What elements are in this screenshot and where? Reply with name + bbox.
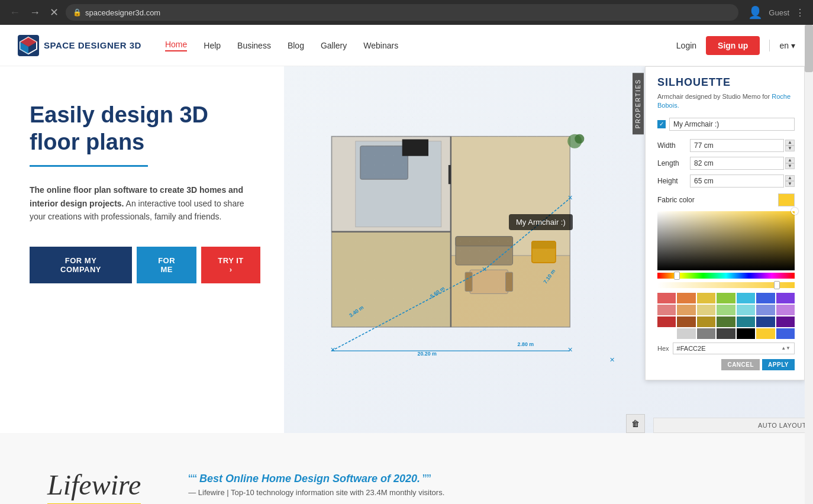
color-swatch-item[interactable] <box>756 305 775 315</box>
hex-label: Hex <box>657 345 669 352</box>
color-swatch-item[interactable] <box>717 305 735 315</box>
silhouette-panel: PROPERTIES SILHOUETTE Armchair designed … <box>645 66 805 380</box>
color-swatch-item[interactable] <box>697 316 715 327</box>
width-input[interactable]: 77 cm <box>690 139 784 152</box>
try-it-button[interactable]: TRY IT › <box>201 247 260 283</box>
width-up[interactable]: ▲ <box>785 140 795 146</box>
color-swatch-item[interactable] <box>677 293 695 303</box>
header-right: Login Sign up en ▾ <box>676 36 795 55</box>
browser-chrome: ← → ✕ 🔒 spacedesigner3d.com 👤 Guest ⋮ <box>0 0 813 25</box>
main-nav: Home Help Business Blog Gallery Webinars <box>165 40 398 51</box>
nav-webinars[interactable]: Webinars <box>363 41 398 50</box>
browser-actions: 👤 Guest ⋮ <box>748 5 806 20</box>
nav-home[interactable]: Home <box>165 40 187 51</box>
browser-menu-icon[interactable]: ⋮ <box>795 7 806 18</box>
color-swatch-item[interactable] <box>677 316 695 327</box>
color-swatch-item[interactable] <box>697 328 715 339</box>
color-swatch-item[interactable] <box>717 316 735 327</box>
color-swatch-item[interactable] <box>677 328 695 339</box>
logo-text: SPACE DESIGNER 3D <box>44 40 141 50</box>
fabric-color-section: Fabric color <box>657 193 795 370</box>
scrollbar-track[interactable] <box>805 25 813 504</box>
rainbow-cursor <box>674 272 680 280</box>
back-button[interactable]: ← <box>7 4 22 21</box>
for-me-button[interactable]: FOR ME <box>137 247 196 283</box>
alpha-slider[interactable] <box>657 282 795 288</box>
nav-help[interactable]: Help <box>204 41 221 50</box>
color-gradient[interactable] <box>657 211 795 270</box>
site-header: SPACE DESIGNER 3D Home Help Business Blo… <box>0 25 813 66</box>
silhouette-checkbox[interactable]: ✓ <box>657 120 666 128</box>
color-swatch-item[interactable] <box>717 293 735 303</box>
nav-business[interactable]: Business <box>237 41 271 50</box>
review-section: ““ Best Online Home Design Software of 2… <box>188 473 766 505</box>
height-label: Height <box>657 177 690 185</box>
color-swatch-item[interactable] <box>776 328 795 339</box>
silhouette-title: SILHOUETTE <box>657 76 795 89</box>
color-swatch-item[interactable] <box>657 328 676 339</box>
properties-tab: PROPERTIES <box>633 73 644 134</box>
length-input[interactable]: 82 cm <box>690 157 784 170</box>
forward-button[interactable]: → <box>27 4 43 21</box>
color-swatch-item[interactable] <box>776 293 795 303</box>
color-swatch-item[interactable] <box>717 328 735 339</box>
address-bar[interactable]: 🔒 spacedesigner3d.com <box>66 4 738 21</box>
svg-point-36 <box>575 134 584 144</box>
review-quote: Best Online Home Design Software of 2020… <box>199 473 420 485</box>
length-up[interactable]: ▲ <box>785 157 795 163</box>
color-swatch-item[interactable] <box>737 316 755 327</box>
silhouette-name-input[interactable] <box>669 118 795 131</box>
color-swatch-item[interactable] <box>776 305 795 315</box>
scrollbar-thumb[interactable] <box>805 25 813 72</box>
hex-input[interactable]: #FACC2E ▲▼ <box>673 343 795 354</box>
for-my-company-button[interactable]: FOR MY COMPANY <box>30 247 132 283</box>
color-swatch-item[interactable] <box>697 305 715 315</box>
main-content: Easily design 3D floor plans The online … <box>0 66 813 433</box>
color-swatch-item[interactable] <box>737 305 755 315</box>
height-input[interactable]: 65 cm <box>690 175 784 188</box>
color-swatch-item[interactable] <box>737 328 755 339</box>
apply-button[interactable]: APPLY <box>762 359 795 370</box>
login-button[interactable]: Login <box>676 41 696 50</box>
trash-button[interactable]: 🗑 <box>626 414 645 433</box>
height-up[interactable]: ▲ <box>785 175 795 181</box>
color-swatch-item[interactable] <box>756 293 775 303</box>
color-swatch-item[interactable] <box>657 316 676 327</box>
profile-icon[interactable]: 👤 <box>748 5 763 20</box>
language-selector[interactable]: en ▾ <box>779 41 795 50</box>
hero-title: Easily design 3D floor plans <box>30 102 260 156</box>
color-swatch-item[interactable] <box>756 328 775 339</box>
cancel-button[interactable]: CANCEL <box>721 359 760 370</box>
reload-button[interactable]: ✕ <box>47 4 61 21</box>
hero-right: 3.40 m 5.60 m 20.20 m 7.10 m 2.80 m ✕ ✕ … <box>284 66 813 433</box>
color-swatch-item[interactable] <box>756 316 775 327</box>
height-spinners: ▲ ▼ <box>785 175 795 187</box>
signup-button[interactable]: Sign up <box>706 36 760 55</box>
color-picker: Hex #FACC2E ▲▼ CANCEL APPLY <box>657 211 795 370</box>
height-down[interactable]: ▼ <box>785 181 795 187</box>
logo-icon <box>18 35 39 56</box>
silhouette-description: Armchair designed by Studio Memo for Roc… <box>657 92 795 111</box>
hex-row: Hex #FACC2E ▲▼ <box>657 343 795 354</box>
nav-blog[interactable]: Blog <box>288 41 304 50</box>
color-swatch-item[interactable] <box>737 293 755 303</box>
length-label: Length <box>657 159 690 167</box>
fabric-color-swatch[interactable] <box>778 193 795 206</box>
width-spinners: ▲ ▼ <box>785 140 795 151</box>
height-row: Height 65 cm ▲ ▼ <box>657 175 795 188</box>
color-swatch-item[interactable] <box>776 316 795 327</box>
fabric-color-label: Fabric color <box>657 193 795 206</box>
rainbow-slider[interactable] <box>657 273 795 279</box>
url-text: spacedesigner3d.com <box>85 8 160 17</box>
color-swatch-item[interactable] <box>677 305 695 315</box>
color-swatch-item[interactable] <box>657 293 676 303</box>
length-row: Length 82 cm ▲ ▼ <box>657 157 795 170</box>
color-swatches <box>657 293 795 339</box>
length-down[interactable]: ▼ <box>785 163 795 169</box>
color-swatch-item[interactable] <box>657 305 676 315</box>
lang-text: en <box>779 41 789 50</box>
width-down[interactable]: ▼ <box>785 146 795 151</box>
color-swatch-item[interactable] <box>697 293 715 303</box>
silhouette-name-row: ✓ <box>657 118 795 131</box>
nav-gallery[interactable]: Gallery <box>321 41 347 50</box>
